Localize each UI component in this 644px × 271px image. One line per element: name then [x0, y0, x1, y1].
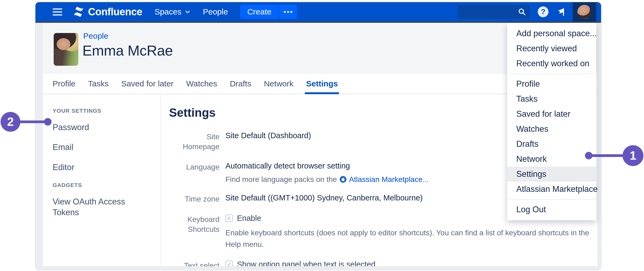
hamburger-menu-icon[interactable]: [53, 8, 62, 16]
create-button[interactable]: Create: [240, 5, 278, 19]
sidebar-item-password[interactable]: Password: [53, 122, 136, 133]
menu-item-atlassian-marketplace[interactable]: Atlassian Marketplace: [507, 182, 596, 197]
confluence-logo-icon: [72, 6, 85, 18]
menu-divider: [507, 199, 596, 200]
sidebar-heading-gadgets: GADGETS: [53, 182, 160, 188]
nav-people[interactable]: People: [203, 7, 228, 16]
field-label: Text select: [169, 260, 219, 266]
menu-item-profile[interactable]: Profile: [507, 76, 596, 91]
callout-2-badge: 2: [1, 112, 20, 132]
tab-drafts[interactable]: Drafts: [230, 74, 251, 94]
user-menu: Add personal space...Recently viewedRece…: [507, 23, 596, 220]
sidebar-item-view-oauth-access-tokens[interactable]: View OAuth Access Tokens: [53, 196, 136, 218]
tab-watches[interactable]: Watches: [186, 74, 217, 94]
confluence-logo[interactable]: Confluence: [72, 6, 142, 18]
menu-item-watches[interactable]: Watches: [507, 122, 596, 137]
field-label: Time zone: [169, 193, 219, 204]
menu-item-recently-viewed[interactable]: Recently viewed: [507, 41, 596, 56]
checkbox-label: Show option panel when text is selected: [237, 260, 375, 266]
search-box: [458, 5, 530, 19]
field-label: Language: [169, 162, 219, 184]
field-description: Enable keyboard shortcuts (does not appl…: [225, 227, 597, 250]
profile-photo: [54, 33, 78, 66]
create-split-button: Create: [240, 5, 297, 19]
menu-item-saved-for-later[interactable]: Saved for later: [507, 107, 596, 122]
menu-item-network[interactable]: Network: [507, 152, 596, 167]
help-icon[interactable]: ?: [538, 6, 548, 17]
keyboard-shortcuts-checkbox[interactable]: ✓: [225, 214, 233, 222]
menu-item-log-out[interactable]: Log Out: [507, 202, 596, 217]
sidebar-item-email[interactable]: Email: [53, 142, 136, 153]
field-label: Site Homepage: [169, 131, 219, 152]
tab-profile[interactable]: Profile: [53, 74, 75, 94]
tab-saved-for-later[interactable]: Saved for later: [121, 74, 174, 94]
create-more-button[interactable]: [279, 5, 297, 19]
checkbox-label: Enable: [237, 214, 261, 223]
avatar: [577, 5, 591, 19]
menu-item-drafts[interactable]: Drafts: [507, 137, 596, 152]
menu-item-settings[interactable]: Settings: [507, 167, 596, 182]
settings-sidebar: YOUR SETTINGSPasswordEmailEditorGADGETSV…: [43, 94, 160, 266]
text-select-row: Text select ✓ Show option panel when tex…: [169, 260, 597, 266]
menu-item-tasks[interactable]: Tasks: [507, 91, 596, 107]
app-title: Confluence: [88, 6, 142, 18]
ellipsis-icon: [284, 11, 292, 13]
flag-icon[interactable]: [556, 7, 566, 17]
marketplace-icon: [339, 176, 347, 183]
page-title: Emma McRae: [82, 42, 173, 59]
sidebar-item-editor[interactable]: Editor: [53, 162, 136, 173]
tab-network[interactable]: Network: [264, 74, 293, 94]
menu-item-recently-worked-on[interactable]: Recently worked on: [507, 56, 596, 71]
top-navigation-bar: Confluence Spaces People Create ?: [35, 2, 601, 21]
search-icon: [518, 8, 526, 16]
sidebar-heading-your-settings: YOUR SETTINGS: [53, 108, 160, 114]
chevron-down-icon: [185, 9, 191, 15]
text-select-checkbox[interactable]: ✓: [225, 261, 233, 266]
nav-spaces[interactable]: Spaces: [155, 7, 191, 16]
user-avatar-button[interactable]: [573, 2, 596, 21]
callout-2-dot: [44, 118, 52, 126]
tab-tasks[interactable]: Tasks: [88, 74, 109, 94]
menu-item-add-personal-space[interactable]: Add personal space...: [507, 26, 596, 41]
breadcrumb[interactable]: People: [83, 31, 108, 41]
callout-2-line: [18, 120, 47, 123]
callout-1-badge: 1: [623, 145, 643, 166]
search-input[interactable]: [462, 8, 518, 16]
field-label: Keyboard Shortcuts: [169, 214, 219, 250]
tab-settings[interactable]: Settings: [306, 74, 338, 94]
menu-divider: [507, 74, 596, 74]
callout-1-line: [590, 154, 627, 157]
marketplace-link[interactable]: Atlassian Marketplace: [349, 175, 423, 184]
